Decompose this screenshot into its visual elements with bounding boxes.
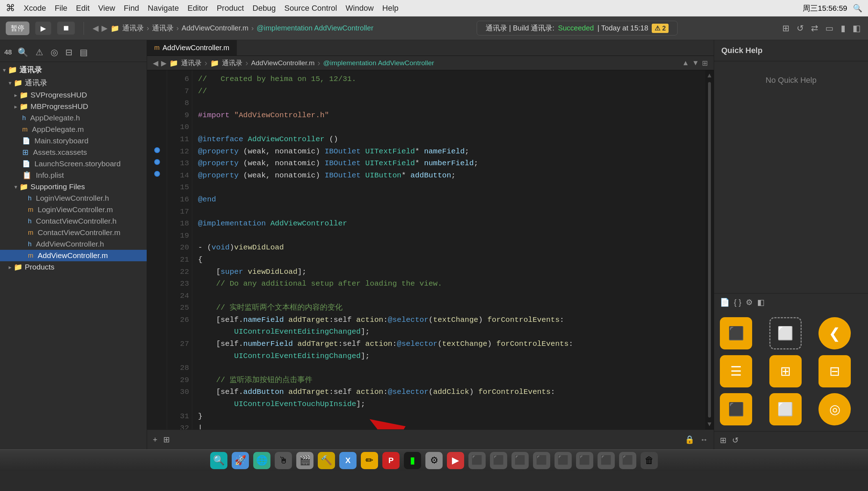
layout-btn-3[interactable]: ⇄	[810, 22, 820, 35]
insp-icon-8[interactable]: ◎	[819, 393, 851, 425]
insp-icon-3[interactable]: ☰	[720, 355, 752, 387]
layout-btn-2[interactable]: ↺	[795, 22, 805, 35]
nav-item-assets[interactable]: ⊞ Assets.xcassets	[0, 147, 147, 158]
run-button[interactable]: ▶	[35, 22, 51, 35]
nav-item-plist[interactable]: 📋 Info.plist	[0, 170, 147, 181]
nav-item-appdelegate-m[interactable]: m AppDelegate.m	[0, 124, 147, 135]
dock-item-safari[interactable]: 🌐	[253, 452, 270, 469]
dock-item-player[interactable]: ▶	[447, 452, 464, 469]
layout-btn-5[interactable]: ▮	[839, 22, 847, 35]
nav-item-main-storyboard[interactable]: 📄 Main.storyboard	[0, 135, 147, 147]
dock-item-extra-5[interactable]: ⬛	[555, 452, 572, 469]
nav-item-contact-m[interactable]: m ContactViewController.m	[0, 227, 147, 238]
dock-item-extra-8[interactable]: ⬛	[619, 452, 636, 469]
editor-scrollbar[interactable]: ▲ ▼	[705, 70, 714, 429]
menu-editor[interactable]: Editor	[188, 4, 208, 13]
nav-item-mbprogress[interactable]: ▸ 📁 MBProgressHUD	[0, 101, 147, 112]
insp-grid-btn[interactable]: ⊞	[720, 436, 726, 445]
dock-item-settings[interactable]: ⚙	[425, 452, 443, 469]
menu-edit[interactable]: Edit	[76, 4, 90, 13]
apple-menu[interactable]: ⌘	[6, 3, 15, 14]
back-button[interactable]: ◀	[93, 24, 99, 33]
breakpoint-13[interactable]	[154, 159, 160, 165]
menu-find[interactable]: Find	[124, 4, 139, 13]
nav-item-appdelegate-h[interactable]: h AppDelegate.h	[0, 112, 147, 124]
nav-item-products[interactable]: ▸ 📁 Products	[0, 261, 147, 273]
menu-source-control[interactable]: Source Control	[284, 4, 337, 13]
menu-xcode[interactable]: Xcode	[24, 4, 46, 13]
breadcrumb-nav-down[interactable]: ▼	[692, 59, 699, 67]
add-file-btn[interactable]: +	[153, 435, 157, 444]
layout-btn-6[interactable]: ◧	[851, 22, 862, 35]
insp-icon-arrow[interactable]: ❮	[819, 317, 851, 349]
dock-item-trash[interactable]: 🗑	[641, 452, 658, 469]
layout-btn-4[interactable]: ▭	[824, 22, 835, 35]
dock-item-tools[interactable]: 🔨	[318, 452, 335, 469]
dock-item-sketch[interactable]: ✏	[361, 452, 378, 469]
nav-item-login-h[interactable]: h LoginViewController.h	[0, 192, 147, 204]
menu-search-icon[interactable]: 🔍	[853, 4, 862, 13]
insp-icon-1[interactable]: ⬛	[720, 317, 752, 349]
dock-item-mouse[interactable]: 🖱	[275, 452, 292, 469]
breakpoint-14[interactable]	[154, 171, 160, 177]
scroll-up-btn[interactable]: ▲	[706, 72, 713, 79]
code-content[interactable]: // Created by heima on 15, 12/31. // #im…	[192, 70, 705, 429]
nav-icon-1[interactable]: 🔍	[16, 46, 30, 59]
forward-button[interactable]: ▶	[102, 24, 108, 33]
breadcrumb-nav-up[interactable]: ▲	[682, 59, 689, 67]
insp-icon-7[interactable]: ⬜	[769, 393, 802, 425]
nav-item-root[interactable]: ▾ 📁 通讯录	[0, 63, 147, 76]
dock-item-terminal[interactable]: ▮	[404, 452, 421, 469]
dock-item-extra-2[interactable]: ⬛	[490, 452, 507, 469]
line-btn[interactable]: ↔	[700, 435, 708, 444]
nav-item-folder-main[interactable]: ▾ 📁 通讯录	[0, 76, 147, 89]
dock-item-pp[interactable]: P	[382, 452, 400, 469]
dock-item-extra-4[interactable]: ⬛	[533, 452, 550, 469]
nav-item-launchscreen[interactable]: 📄 LaunchScreen.storyboard	[0, 158, 147, 170]
insp-icon-2[interactable]: ⬜	[769, 317, 802, 349]
nav-item-contact-h[interactable]: h ContactViewController.h	[0, 215, 147, 227]
layout-btn-1[interactable]: ⊞	[781, 22, 791, 35]
insp-icon-6[interactable]: ⬛	[720, 393, 752, 425]
breadcrumb-part-3[interactable]: AddViewController.m	[251, 59, 315, 67]
breadcrumb-part-2[interactable]: 通讯录	[222, 58, 242, 68]
insp-icon-5[interactable]: ⊟	[819, 355, 851, 387]
lock-btn[interactable]: 🔒	[685, 435, 694, 444]
dock-item-extra-3[interactable]: ⬛	[511, 452, 529, 469]
menu-product[interactable]: Product	[217, 4, 244, 13]
nav-item-add-h[interactable]: h AddViewController.h	[0, 238, 147, 250]
menu-window[interactable]: Window	[346, 4, 374, 13]
breadcrumb-forward[interactable]: ▶	[161, 59, 166, 67]
breadcrumb-back[interactable]: ◀	[153, 59, 158, 67]
nav-icon-5[interactable]: ▤	[78, 46, 89, 59]
breadcrumb-part-4[interactable]: @implementation AddViewController	[323, 59, 434, 67]
scroll-down-btn[interactable]: ▼	[706, 420, 713, 428]
nav-item-login-m[interactable]: m LoginViewController.m	[0, 204, 147, 215]
insp-refresh-btn[interactable]: ↺	[732, 436, 739, 445]
menu-help[interactable]: Help	[382, 4, 398, 13]
breakpoint-12[interactable]	[154, 147, 160, 153]
stop-button[interactable]: ⏹	[57, 22, 75, 35]
breadcrumb-settings[interactable]: ⊞	[702, 59, 708, 67]
menu-debug[interactable]: Debug	[253, 4, 276, 13]
menu-view[interactable]: View	[98, 4, 115, 13]
dock-item-extra-7[interactable]: ⬛	[598, 452, 615, 469]
nav-item-add-m[interactable]: m AddViewController.m	[0, 250, 147, 261]
insp-layout-btn[interactable]: ◧	[757, 298, 765, 307]
dock-item-xcode[interactable]: X	[339, 452, 357, 469]
insp-icon-4[interactable]: ⊞	[769, 355, 802, 387]
dock-item-finder[interactable]: 🔍	[210, 452, 227, 469]
nav-icon-2[interactable]: ⚠	[34, 46, 45, 59]
breadcrumb-part-1[interactable]: 通讯录	[181, 58, 202, 68]
nav-item-supporting-files[interactable]: ▾ 📁 Supporting Files	[0, 181, 147, 192]
dock-item-extra-6[interactable]: ⬛	[576, 452, 593, 469]
insp-gear-btn[interactable]: ⚙	[746, 298, 753, 307]
insp-file-btn[interactable]: 📄	[720, 298, 730, 307]
filter-btn[interactable]: ⊞	[163, 435, 170, 444]
insp-code-btn[interactable]: { }	[734, 298, 741, 307]
scroll-thumb[interactable]	[708, 82, 711, 418]
menu-navigate[interactable]: Navigate	[148, 4, 179, 13]
menu-file[interactable]: File	[55, 4, 67, 13]
nav-icon-4[interactable]: ⊟	[64, 46, 74, 59]
editor-tab-add-m[interactable]: m AddViewController.m	[147, 40, 237, 56]
